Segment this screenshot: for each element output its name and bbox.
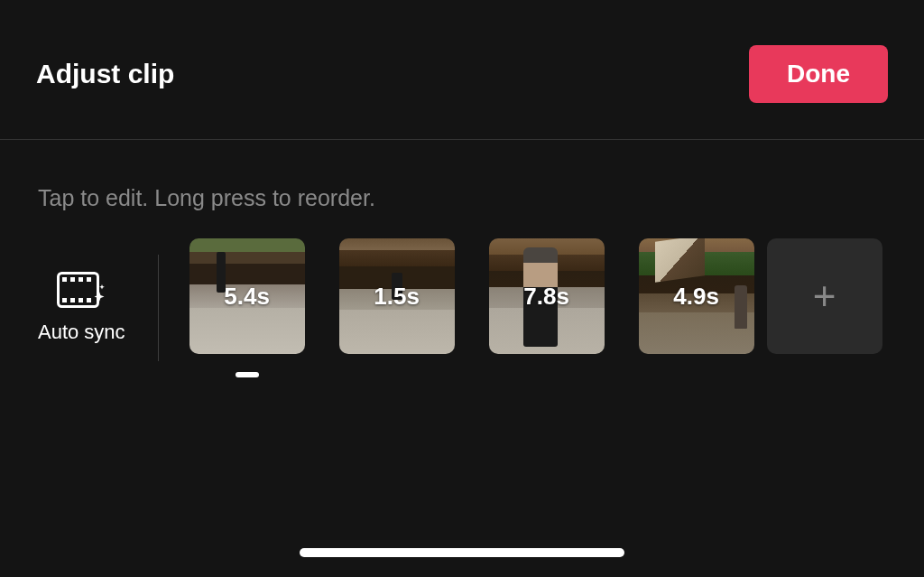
film-sparkle-icon (57, 272, 106, 308)
clip-thumbnail: 4.9s (639, 238, 754, 354)
clip-item[interactable]: 7.8s (489, 238, 605, 354)
clips-row: Auto sync 5.4s 1.5s 7.8s 4.9s + (0, 238, 924, 377)
autosync-label: Auto sync (38, 321, 125, 344)
header: Adjust clip Done (0, 0, 924, 140)
autosync-button[interactable]: Auto sync (38, 272, 125, 344)
clip-duration: 7.8s (523, 283, 569, 311)
svg-rect-5 (62, 298, 67, 302)
clip-duration: 1.5s (374, 283, 420, 311)
done-button[interactable]: Done (749, 45, 888, 103)
selected-indicator (236, 372, 259, 377)
svg-rect-7 (79, 298, 83, 302)
clips-list: 5.4s 1.5s 7.8s 4.9s + (189, 238, 882, 377)
svg-rect-4 (87, 277, 91, 282)
home-indicator[interactable] (300, 548, 624, 557)
page-title: Adjust clip (36, 59, 174, 89)
clip-duration: 5.4s (224, 283, 270, 311)
add-clip-button[interactable]: + (767, 238, 882, 354)
plus-icon: + (813, 274, 836, 319)
svg-rect-6 (70, 298, 75, 302)
clip-item[interactable]: 5.4s (189, 238, 305, 377)
svg-rect-3 (79, 277, 83, 282)
svg-rect-2 (70, 277, 75, 282)
clip-thumbnail: 5.4s (189, 238, 305, 354)
clip-thumbnail: 7.8s (489, 238, 605, 354)
clip-thumbnail: 1.5s (339, 238, 455, 354)
clip-item[interactable]: 4.9s (639, 238, 754, 354)
instruction-text: Tap to edit. Long press to reorder. (0, 140, 924, 238)
svg-rect-1 (62, 277, 67, 282)
divider (158, 255, 159, 361)
clip-item[interactable]: 1.5s (339, 238, 455, 354)
clip-duration: 4.9s (673, 283, 719, 311)
svg-rect-8 (87, 298, 91, 302)
